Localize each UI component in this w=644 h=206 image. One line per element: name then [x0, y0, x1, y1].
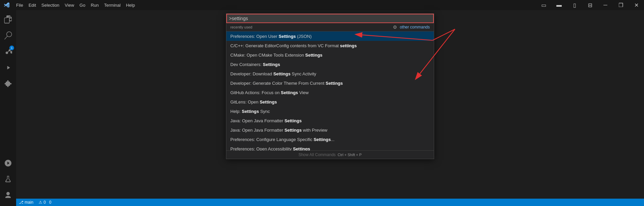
command-input-wrapper[interactable]	[226, 14, 434, 23]
command-result-item[interactable]: Preferences: Configure Language Specific…	[226, 135, 434, 144]
menu-terminal[interactable]: Terminal	[101, 0, 123, 10]
activity-bar: 1	[0, 10, 16, 206]
command-result-item[interactable]: Preferences: Open Accessibility Settings	[226, 144, 434, 150]
panel-toggle-button[interactable]: ▬	[551, 0, 567, 10]
activity-bar-bottom	[0, 155, 16, 206]
title-bar-menu: File Edit Selection View Go Run Terminal…	[0, 0, 138, 10]
menu-view[interactable]: View	[62, 0, 77, 10]
show-all-shortcut: Ctrl + Shift + P	[338, 153, 362, 157]
run-debug-icon[interactable]	[0, 60, 16, 76]
command-result-item[interactable]: Preferences: Open User Settings (JSON)	[226, 31, 434, 41]
main-area: recently used ⚙ other commands Preferenc…	[16, 10, 644, 206]
menu-selection[interactable]: Selection	[39, 0, 62, 10]
layout-button[interactable]: ⊟	[582, 0, 598, 10]
menu-run[interactable]: Run	[88, 0, 101, 10]
command-palette: recently used ⚙ other commands Preferenc…	[226, 13, 434, 159]
test-beaker-icon[interactable]	[0, 171, 16, 187]
menu-go[interactable]: Go	[77, 0, 88, 10]
remote-explorer-icon[interactable]	[0, 155, 16, 171]
restore-button[interactable]: ❐	[613, 0, 629, 10]
source-control-icon[interactable]: 1	[0, 44, 16, 60]
recently-used-label: recently used	[230, 25, 252, 29]
auxiliary-toggle-button[interactable]: ▯	[567, 0, 582, 10]
search-icon[interactable]	[0, 27, 16, 44]
command-palette-footer: Show All Commands Ctrl + Shift + P	[226, 150, 434, 159]
close-button[interactable]: ✕	[629, 0, 644, 10]
command-header-right: ⚙ other commands	[393, 24, 430, 30]
other-commands-link[interactable]: other commands	[400, 25, 430, 29]
command-result-item[interactable]: GitHub Actions: Focus on Settings View	[226, 88, 434, 97]
minimize-button[interactable]: ─	[598, 0, 613, 10]
command-palette-input[interactable]	[229, 16, 431, 21]
command-result-item[interactable]: C/C++: Generate EditorConfig contents fr…	[226, 41, 434, 50]
command-result-item[interactable]: Help: Settings Sync	[226, 107, 434, 116]
command-result-item[interactable]: Developer: Download Settings Sync Activi…	[226, 69, 434, 78]
account-icon[interactable]	[0, 187, 16, 203]
menu-edit[interactable]: Edit	[26, 0, 39, 10]
title-bar: File Edit Selection View Go Run Terminal…	[0, 0, 644, 10]
menu-file[interactable]: File	[13, 0, 26, 10]
title-bar-controls: ▭ ▬ ▯ ⊟ ─ ❐ ✕	[536, 0, 644, 10]
source-control-badge: 1	[9, 46, 14, 50]
menu-help[interactable]: Help	[123, 0, 138, 10]
command-result-item[interactable]: GitLens: Open Settings	[226, 97, 434, 107]
command-items-list: Preferences: Open User Settings (JSON)C/…	[226, 31, 434, 150]
sidebar-toggle-button[interactable]: ▭	[536, 0, 551, 10]
command-result-item[interactable]: Developer: Generate Color Theme From Cur…	[226, 78, 434, 88]
explorer-icon[interactable]	[0, 11, 16, 27]
command-result-item[interactable]: Java: Open Java Formatter Settings	[226, 116, 434, 125]
command-result-item[interactable]: CMake: Open CMake Tools Extension Settin…	[226, 50, 434, 60]
extensions-icon[interactable]	[0, 76, 16, 92]
vscode-logo	[0, 0, 13, 10]
command-result-item[interactable]: Dev Containers: Settings	[226, 60, 434, 69]
command-results-header: recently used ⚙ other commands	[226, 23, 434, 31]
command-palette-overlay: recently used ⚙ other commands Preferenc…	[16, 10, 644, 206]
show-all-commands-label: Show All Commands	[298, 152, 336, 157]
command-result-item[interactable]: Java: Open Java Formatter Settings with …	[226, 125, 434, 135]
command-results: recently used ⚙ other commands Preferenc…	[226, 23, 434, 150]
configure-icon[interactable]: ⚙	[393, 24, 397, 30]
